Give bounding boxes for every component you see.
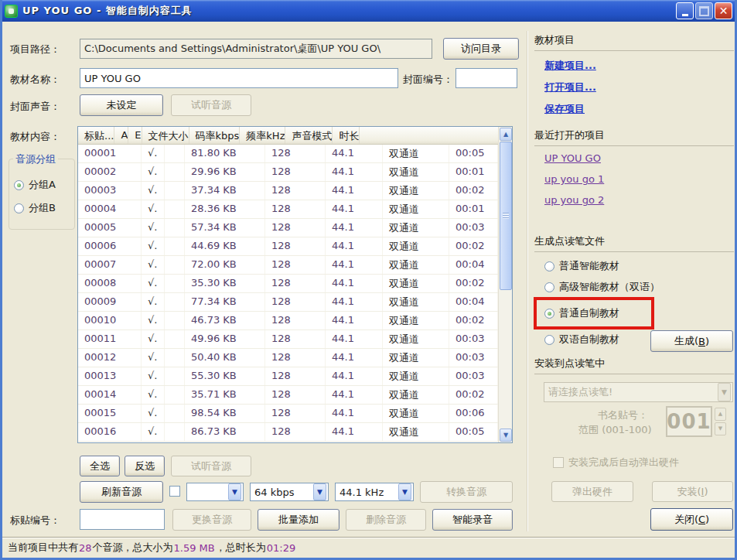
chevron-down-icon[interactable]: ▼ <box>313 483 326 500</box>
column-header[interactable]: 时长 <box>333 127 360 144</box>
table-scrollbar[interactable]: ▲ ▼ <box>498 127 512 442</box>
project-path-label: 项目路径： <box>10 43 60 56</box>
table-row[interactable]: 00009 √. 77.34 KB 128 44.1 双通道 00:04 <box>78 293 498 312</box>
cell-frequency: 44.1 <box>326 237 383 255</box>
table-row[interactable]: 00016 √. 86.73 KB 128 44.1 双通道 00:05 <box>78 423 498 442</box>
batch-add-button[interactable]: 批量添加 <box>258 509 339 531</box>
radio-bilingual-selfmade[interactable]: 双语自制教材 <box>544 333 619 347</box>
column-header[interactable]: 码率kbps <box>189 127 241 144</box>
install-section-heading: 安装到点读笔中 <box>534 357 734 374</box>
title-bar: UP YOU GO - 智能自制内容工具 ✕ <box>0 0 737 22</box>
cell-bitrate: 128 <box>265 145 326 162</box>
label-number-input[interactable] <box>80 509 165 530</box>
cell-file-size: 55.30 KB <box>185 367 265 385</box>
cell-check: √. <box>142 386 165 404</box>
table-row[interactable]: 00010 √. 46.73 KB 128 44.1 双通道 00:02 <box>78 312 498 330</box>
table-row[interactable]: 00004 √. 28.36 KB 128 44.1 双通道 00:01 <box>78 200 498 219</box>
cell-check: √. <box>142 237 165 255</box>
material-name-input[interactable]: UP YOU GO <box>80 68 398 88</box>
not-set-button[interactable]: 未设定 <box>80 94 163 116</box>
recent-project-link-1[interactable]: UP YOU GO <box>544 152 601 164</box>
radio-normal-smart[interactable]: 普通智能教材 <box>544 259 619 273</box>
column-header[interactable]: 频率kHz <box>240 127 285 144</box>
empty-combo[interactable]: ▼ <box>186 483 244 501</box>
cell-bitrate: 128 <box>265 237 326 255</box>
generate-button[interactable]: 生成(B) <box>650 330 733 352</box>
cell-label-no: 00005 <box>78 219 142 237</box>
cell-e <box>165 423 185 441</box>
cell-label-no: 00004 <box>78 200 142 218</box>
cell-file-size: 72.00 KB <box>185 256 265 274</box>
close-button[interactable]: 关闭(C) <box>650 508 733 531</box>
cell-file-size: 81.80 KB <box>185 145 265 162</box>
app-icon <box>5 5 18 18</box>
open-project-link[interactable]: 打开项目... <box>544 80 596 94</box>
column-header[interactable]: 文件大小 <box>142 127 189 144</box>
invert-select-button[interactable]: 反选 <box>125 456 165 476</box>
close-icon[interactable]: ✕ <box>715 2 732 19</box>
cell-frequency: 44.1 <box>326 367 383 385</box>
radio-advanced-smart[interactable]: 高级智能教材（双语） <box>544 280 660 294</box>
cell-check: √. <box>142 349 165 367</box>
recent-project-link-3[interactable]: up you go 2 <box>544 194 604 206</box>
cell-check: √. <box>142 423 165 441</box>
radio-advanced-smart-label: 高级智能教材（双语） <box>559 280 660 294</box>
table-row[interactable]: 00011 √. 49.96 KB 128 44.1 双通道 00:03 <box>78 330 498 349</box>
cell-bitrate: 128 <box>265 256 326 274</box>
cell-label-no: 00002 <box>78 163 142 181</box>
status-bar: 当前项目中共有28个音源，总大小为1.59 MB，总时长为01:29 <box>0 537 737 558</box>
cell-file-size: 29.96 KB <box>185 163 265 181</box>
chevron-down-icon[interactable]: ▼ <box>228 483 241 500</box>
table-row[interactable]: 00006 √. 44.69 KB 128 44.1 双通道 00:02 <box>78 237 498 256</box>
radio-group-b[interactable]: 分组B <box>14 201 56 215</box>
radio-normal-smart-label: 普通智能教材 <box>559 259 619 273</box>
table-row[interactable]: 00008 √. 35.30 KB 128 44.1 双通道 00:02 <box>78 275 498 293</box>
chevron-down-icon[interactable]: ▼ <box>398 483 411 500</box>
table-row[interactable]: 00007 √. 72.00 KB 128 44.1 双通道 00:04 <box>78 256 498 275</box>
column-header[interactable]: 声音模式 <box>285 127 333 144</box>
column-header[interactable]: 标贴... <box>78 127 114 144</box>
status-text: 当前项目中共有 <box>8 541 78 555</box>
spinner-down-icon: ▼ <box>715 422 726 435</box>
scrollbar-thumb[interactable] <box>500 142 512 290</box>
cell-duration: 00:02 <box>449 182 498 200</box>
table-row[interactable]: 00002 √. 29.96 KB 128 44.1 双通道 00:01 <box>78 163 498 182</box>
table-row[interactable]: 00013 √. 55.30 KB 128 44.1 双通道 00:03 <box>78 367 498 386</box>
cell-duration: 00:01 <box>449 200 498 218</box>
cell-check: √. <box>142 293 165 311</box>
maximize-button[interactable] <box>695 2 713 19</box>
table-row[interactable]: 00012 √. 50.40 KB 128 44.1 双通道 00:03 <box>78 349 498 367</box>
column-header[interactable]: A <box>114 127 128 144</box>
column-header[interactable]: E <box>128 127 142 144</box>
chevron-down-icon: ▼ <box>718 383 731 401</box>
scroll-up-icon[interactable]: ▲ <box>500 128 512 141</box>
scroll-down-icon[interactable]: ▼ <box>500 429 512 442</box>
cover-number-input[interactable] <box>456 68 517 88</box>
minimize-button[interactable] <box>676 2 694 19</box>
cell-file-size: 77.34 KB <box>185 293 265 311</box>
cell-sound-mode: 双通道 <box>383 237 449 255</box>
table-row[interactable]: 00014 √. 35.71 KB 128 44.1 双通道 00:02 <box>78 386 498 405</box>
cell-bitrate: 128 <box>265 386 326 404</box>
cell-e <box>165 256 185 274</box>
radio-group-a[interactable]: 分组A <box>14 178 56 192</box>
table-row[interactable]: 00003 √. 37.34 KB 128 44.1 双通道 00:02 <box>78 182 498 200</box>
convert-checkbox[interactable] <box>169 486 180 497</box>
refresh-audio-button[interactable]: 刷新音源 <box>80 481 163 503</box>
frequency-combo[interactable]: 44.1 kHz▼ <box>335 483 414 501</box>
visit-directory-button[interactable]: 访问目录 <box>443 38 519 60</box>
cell-file-size: 57.34 KB <box>185 219 265 237</box>
table-row[interactable]: 00015 √. 98.54 KB 128 44.1 双通道 00:06 <box>78 405 498 423</box>
cell-label-no: 00001 <box>78 145 142 162</box>
cell-duration: 00:02 <box>449 386 498 404</box>
select-all-button[interactable]: 全选 <box>80 456 120 476</box>
recent-project-link-2[interactable]: up you go 1 <box>544 173 604 185</box>
smart-record-button[interactable]: 智能录音 <box>432 509 513 531</box>
cell-duration: 00:04 <box>449 256 498 274</box>
table-row[interactable]: 00005 √. 57.34 KB 128 44.1 双通道 00:03 <box>78 219 498 237</box>
new-project-link[interactable]: 新建项目... <box>544 59 596 73</box>
bitrate-combo[interactable]: 64 kbps▼ <box>250 483 329 501</box>
cell-frequency: 44.1 <box>326 386 383 404</box>
table-row[interactable]: 00001 √. 81.80 KB 128 44.1 双通道 00:05 <box>78 145 498 163</box>
save-project-link[interactable]: 保存项目 <box>544 102 585 116</box>
